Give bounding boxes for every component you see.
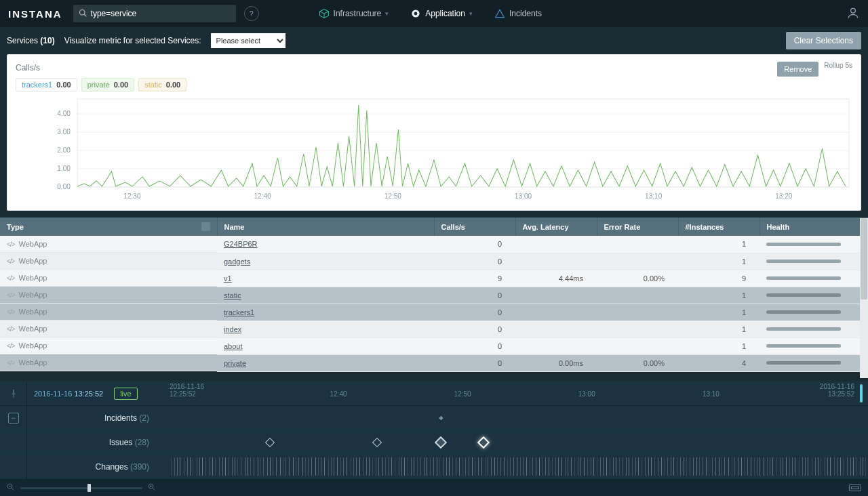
- col-name[interactable]: Name: [217, 218, 434, 236]
- vertical-scrollbar[interactable]: [860, 218, 868, 378]
- type-cell: </>WebApp: [0, 236, 217, 253]
- table-row[interactable]: </>WebAppG24BP6R01: [0, 236, 868, 253]
- table-row[interactable]: </>WebApptrackers101: [0, 304, 868, 321]
- health-cell: [760, 354, 868, 371]
- health-bar: [766, 327, 841, 331]
- services-label: Services (10): [7, 36, 55, 45]
- svg-text:4.00: 4.00: [57, 110, 71, 117]
- latency-cell: 4.44ms: [515, 270, 597, 287]
- col-calls[interactable]: Calls/s: [434, 218, 515, 236]
- health-bar: [766, 344, 841, 348]
- calls-cell: 0: [434, 337, 515, 354]
- collapse-button[interactable]: −: [0, 406, 27, 430]
- legend-tag[interactable]: private0.00: [81, 78, 134, 91]
- code-icon: </>: [7, 342, 14, 350]
- table-row[interactable]: </>WebAppstatic01: [0, 287, 868, 304]
- service-link[interactable]: trackers1: [224, 308, 254, 316]
- live-badge[interactable]: live: [114, 388, 138, 400]
- code-icon: </>: [7, 291, 14, 299]
- metric-select[interactable]: Please select: [211, 33, 285, 48]
- incident-marker[interactable]: ⌖: [439, 413, 443, 423]
- timeline-tick: 13:00: [578, 390, 595, 397]
- service-link[interactable]: about: [224, 342, 243, 350]
- table-row[interactable]: </>WebAppindex01: [0, 321, 868, 337]
- col-latency[interactable]: Avg. Latency: [515, 218, 597, 236]
- timeline-handle[interactable]: [860, 384, 863, 402]
- svg-rect-17: [77, 99, 849, 187]
- issue-marker[interactable]: [477, 436, 490, 448]
- legend-tag[interactable]: trackers10.00: [16, 78, 77, 91]
- issue-marker[interactable]: [435, 436, 447, 448]
- health-bar: [766, 276, 841, 280]
- table-row[interactable]: </>WebAppv194.44ms0.00%9: [0, 270, 868, 287]
- chart-panel: Calls/s trackers10.00 private0.00 static…: [7, 54, 861, 211]
- issues-track[interactable]: [156, 430, 868, 454]
- view-toggle-icon[interactable]: [849, 484, 861, 491]
- zoom-slider[interactable]: [20, 487, 142, 489]
- search-input[interactable]: type=service: [73, 5, 236, 22]
- select-all-checkbox[interactable]: [201, 222, 210, 231]
- name-cell: trackers1: [217, 304, 434, 321]
- timeline-scrubber[interactable]: 2016-11-16 13:25:52 live 2016-11-1612:25…: [0, 381, 868, 406]
- rollup-label: Rollup 5s: [824, 62, 852, 69]
- type-cell: </>WebApp: [0, 321, 217, 337]
- col-health[interactable]: Health: [760, 218, 868, 236]
- svg-marker-2: [319, 9, 328, 14]
- name-cell: index: [217, 321, 434, 337]
- health-bar: [766, 293, 841, 297]
- donut-icon: [410, 8, 421, 19]
- name-cell: about: [217, 337, 434, 354]
- svg-text:0.00: 0.00: [57, 183, 71, 190]
- instances-cell: 1: [678, 253, 760, 270]
- type-cell: </>WebApp: [0, 304, 217, 321]
- instances-cell: 4: [678, 354, 760, 371]
- service-link[interactable]: index: [224, 325, 241, 333]
- issue-marker[interactable]: [372, 437, 381, 447]
- service-link[interactable]: private: [224, 359, 246, 367]
- timeline-tick: 13:10: [703, 390, 719, 397]
- remove-button[interactable]: Remove: [777, 62, 818, 77]
- top-nav: INSTANA type=service ? Infrastructure ▾ …: [0, 0, 868, 27]
- col-error[interactable]: Error Rate: [597, 218, 678, 236]
- type-cell: </>WebApp: [0, 287, 217, 304]
- chart-area[interactable]: 0.00 1.00 2.00 3.00 4.00 12:30 12:40 12:…: [16, 96, 852, 207]
- table-row[interactable]: </>WebAppgadgets01: [0, 253, 868, 270]
- zoom-out-icon[interactable]: [7, 483, 15, 493]
- help-icon[interactable]: ?: [244, 6, 259, 21]
- pin-icon[interactable]: [0, 381, 27, 405]
- error-cell: [597, 253, 678, 270]
- nav-infrastructure[interactable]: Infrastructure ▾: [311, 0, 397, 27]
- service-link[interactable]: static: [224, 291, 241, 299]
- timeline-row-issues: Issues (28): [0, 430, 868, 455]
- incidents-track[interactable]: ⌖: [156, 406, 868, 430]
- instances-cell: 1: [678, 337, 760, 354]
- svg-text:13:20: 13:20: [775, 192, 793, 200]
- service-link[interactable]: gadgets: [224, 257, 250, 266]
- health-cell: [760, 321, 868, 337]
- instances-cell: 1: [678, 321, 760, 337]
- calls-cell: 0: [434, 321, 515, 337]
- clear-selections-button[interactable]: Clear Selections: [786, 32, 861, 49]
- service-link[interactable]: v1: [224, 274, 232, 283]
- zoom-in-icon[interactable]: [148, 483, 156, 493]
- svg-text:1.00: 1.00: [57, 165, 71, 172]
- warning-icon: [494, 8, 505, 19]
- type-cell: </>WebApp: [0, 270, 217, 287]
- nav-application[interactable]: Application ▾: [402, 0, 481, 27]
- nav-incidents[interactable]: Incidents: [486, 0, 550, 27]
- current-timestamp: 2016-11-16 13:25:52: [27, 390, 110, 398]
- table-row[interactable]: </>WebAppprivate00.00ms0.00%4: [0, 354, 868, 371]
- health-cell: [760, 287, 868, 304]
- timeline-panel: 2016-11-16 13:25:52 live 2016-11-1612:25…: [0, 381, 868, 496]
- table-row[interactable]: </>WebAppabout01: [0, 337, 868, 354]
- legend-tag[interactable]: static0.00: [138, 78, 186, 91]
- service-link[interactable]: G24BP6R: [224, 240, 258, 248]
- col-type[interactable]: Type: [0, 218, 217, 236]
- changes-track[interactable]: [156, 455, 868, 478]
- latency-cell: [515, 321, 597, 337]
- col-instances[interactable]: #Instances: [678, 218, 760, 236]
- user-icon[interactable]: [846, 6, 860, 22]
- error-cell: [597, 236, 678, 253]
- instances-cell: 1: [678, 287, 760, 304]
- issue-marker[interactable]: [265, 437, 275, 447]
